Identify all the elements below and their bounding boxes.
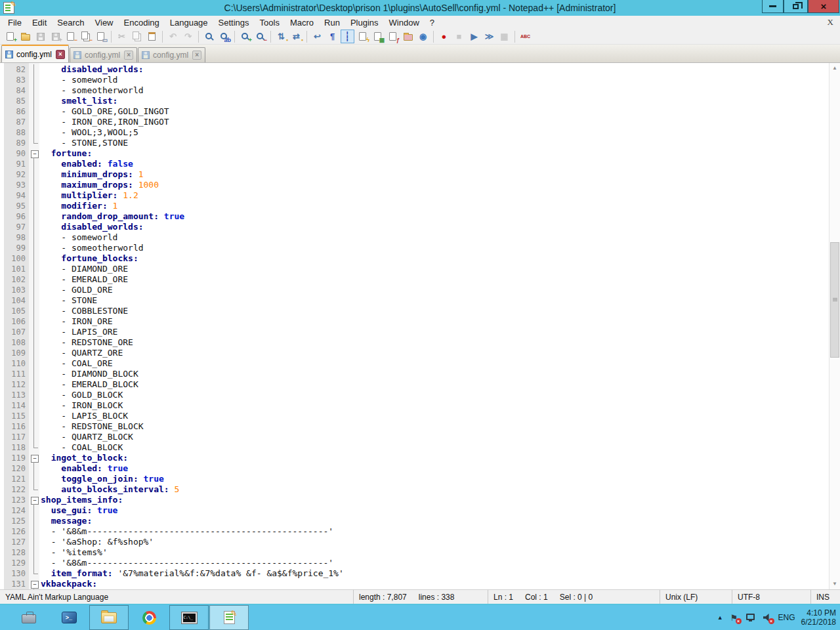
code-text[interactable]: - STONE,STONE (39, 138, 829, 148)
code-text[interactable]: auto_blocks_interval: 5 (39, 484, 829, 495)
menu-file[interactable]: File (3, 16, 27, 29)
zoom-out-icon[interactable]: − (253, 30, 267, 43)
code-text[interactable]: minimum_drops: 1 (39, 169, 829, 180)
monitoring-icon[interactable]: ◉ (416, 30, 430, 43)
code-text[interactable]: use_gui: true (39, 505, 829, 516)
code-text[interactable]: message: (39, 516, 829, 526)
code-text[interactable]: - GOLD_ORE,GOLD_INGOT (39, 106, 829, 117)
status-encoding[interactable]: UTF-8 (732, 590, 810, 604)
code-text[interactable]: - '%items%' (39, 547, 829, 558)
code-text[interactable]: disabled_worlds: (39, 64, 829, 75)
cut-icon[interactable]: ✂ (115, 30, 129, 43)
zoom-in-icon[interactable]: + (238, 30, 252, 43)
code-text[interactable]: vkbackpack: (39, 579, 829, 589)
taskbar-powershell[interactable]: >_ (49, 605, 89, 630)
redo-icon[interactable]: ↷ (181, 30, 195, 43)
code-text[interactable]: - COAL_ORE (39, 358, 829, 369)
menu-view[interactable]: View (90, 16, 119, 29)
status-eol-format[interactable]: Unix (LF) (660, 590, 732, 604)
code-view[interactable]: 82 disabled_worlds:83 - someworld84 - so… (0, 63, 829, 589)
document-map-icon[interactable]: ▦ (371, 30, 385, 43)
menu-macro[interactable]: Macro (285, 16, 319, 29)
macro-run-multiple-icon[interactable]: ≫ (482, 30, 496, 43)
scrollbar-thumb[interactable] (830, 242, 839, 358)
new-file-icon[interactable]: + (3, 30, 17, 43)
code-text[interactable]: - EMERALD_ORE (39, 274, 829, 285)
code-text[interactable]: - QUARTZ_ORE (39, 348, 829, 358)
show-hidden-icons-icon[interactable]: ▲ (717, 614, 723, 621)
code-text[interactable]: - LAPIS_BLOCK (39, 411, 829, 421)
taskbar-notepad-plus-plus[interactable] (209, 605, 249, 630)
code-text[interactable]: - WOOL;3,WOOL;5 (39, 127, 829, 138)
code-text[interactable]: - '&8&m---------------------------------… (39, 558, 829, 568)
close-all-icon[interactable]: − (79, 30, 93, 43)
code-text[interactable]: - DIAMOND_BLOCK (39, 369, 829, 379)
code-text[interactable]: fortune_blocks: (39, 253, 829, 264)
tab-close-icon[interactable]: × (124, 51, 133, 60)
sync-horizontal-scrolling-icon[interactable]: ⇄▪ (289, 30, 303, 43)
code-text[interactable]: - REDSTONE_BLOCK (39, 421, 829, 432)
tab-1[interactable]: config.yml× (1, 45, 69, 62)
vertical-scrollbar[interactable]: ▲ ▼ (829, 63, 840, 589)
user-defined-language-icon[interactable]: ϟ (356, 30, 369, 43)
code-text[interactable]: disabled_worlds: (39, 222, 829, 232)
code-text[interactable]: - COAL_BLOCK (39, 442, 829, 453)
menu-search[interactable]: Search (52, 16, 89, 29)
tab-close-icon[interactable]: × (192, 51, 201, 60)
tab-close-icon[interactable]: × (56, 50, 65, 59)
code-text[interactable]: - someotherworld (39, 243, 829, 253)
macro-stop-icon[interactable]: ■ (452, 30, 466, 43)
code-text[interactable]: smelt_list: (39, 96, 829, 106)
sync-vertical-scrolling-icon[interactable]: ⇅▪ (274, 30, 288, 43)
show-all-characters-icon[interactable]: ¶ (326, 30, 339, 43)
menu-language[interactable]: Language (165, 16, 213, 29)
code-text[interactable]: - '&aShop: &f%shop%' (39, 537, 829, 547)
menu-help[interactable]: ? (425, 16, 440, 29)
code-text[interactable]: - IRON_ORE,IRON_INGOT (39, 117, 829, 127)
fold-collapse-icon[interactable] (29, 453, 39, 463)
tab-3[interactable]: config.yml× (138, 47, 205, 62)
function-list-icon[interactable]: ƒ (386, 30, 400, 43)
code-text[interactable]: modifier: 1 (39, 201, 829, 211)
code-text[interactable]: - GOLD_ORE (39, 285, 829, 295)
close-document-x[interactable]: X (828, 17, 833, 28)
restore-button[interactable] (784, 0, 808, 13)
menu-run[interactable]: Run (319, 16, 345, 29)
code-text[interactable]: multiplier: 1.2 (39, 190, 829, 201)
network-icon[interactable] (746, 612, 756, 623)
code-text[interactable]: - COBBLESTONE (39, 306, 829, 316)
print-icon[interactable]: ▭ (94, 30, 108, 43)
volume-muted-icon[interactable]: × (762, 612, 772, 623)
scroll-up-arrow[interactable]: ▲ (830, 63, 840, 74)
code-text[interactable]: - EMERALD_BLOCK (39, 379, 829, 390)
language-indicator[interactable]: ENG (778, 613, 795, 622)
code-text[interactable]: fortune: (39, 148, 829, 159)
scroll-down-arrow[interactable]: ▼ (830, 579, 840, 589)
status-typing-mode[interactable]: INS (810, 590, 840, 604)
clock[interactable]: 4:10 PM 6/21/2018 (801, 608, 836, 627)
code-text[interactable]: ingot_to_block: (39, 453, 829, 463)
fold-collapse-icon[interactable] (29, 495, 39, 505)
code-text[interactable]: - IRON_ORE (39, 316, 829, 327)
code-text[interactable]: - someotherworld (39, 85, 829, 96)
taskbar-file-explorer[interactable] (89, 605, 129, 630)
save-file-icon[interactable] (33, 30, 47, 43)
title-bar[interactable]: C:\Users\Administrator\Desktop\prison 1\… (0, 0, 840, 16)
menu-encoding[interactable]: Encoding (119, 16, 165, 29)
code-text[interactable]: random_drop_amount: true (39, 211, 829, 222)
menu-window[interactable]: Window (384, 16, 425, 29)
paste-icon[interactable] (145, 30, 159, 43)
code-text[interactable]: - STONE (39, 295, 829, 306)
code-text[interactable]: enabled: false (39, 159, 829, 169)
folder-as-workspace-icon[interactable] (401, 30, 415, 43)
code-text[interactable]: - LAPIS_ORE (39, 327, 829, 337)
find-icon[interactable] (202, 30, 216, 43)
word-wrap-icon[interactable]: ↩ (310, 30, 324, 43)
code-text[interactable]: enabled: true (39, 463, 829, 474)
undo-icon[interactable]: ↶ (166, 30, 180, 43)
code-text[interactable]: maximum_drops: 1000 (39, 180, 829, 190)
taskbar-server-manager[interactable] (9, 605, 49, 630)
code-text[interactable]: item_format: '&7%material%&f:&7%data% &f… (39, 568, 829, 579)
menu-settings[interactable]: Settings (213, 16, 255, 29)
spell-check-icon[interactable]: ABC (518, 30, 532, 43)
